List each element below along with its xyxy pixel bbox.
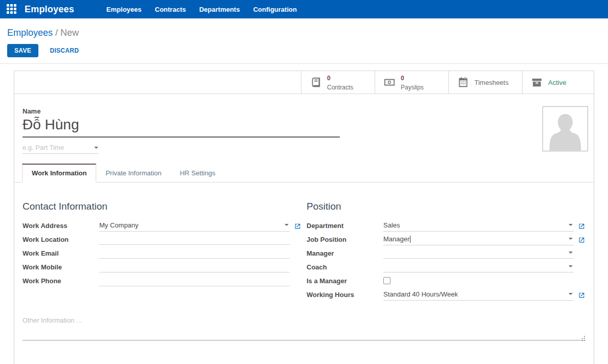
work-email-input[interactable] [99,248,290,259]
job-position-label: Job Position [307,236,383,243]
department-value: Sales [383,221,566,229]
active-label: Active [548,79,566,86]
work-address-value: My Company [99,221,281,229]
name-field-label: Name [23,107,585,115]
apps-grid-icon[interactable] [7,4,17,14]
timesheets-label: Timesheets [474,79,509,86]
dropdown-caret-icon [94,147,98,149]
working-hours-input[interactable]: Standard 40 Hours/Week [383,289,574,301]
payslips-stat-button[interactable]: 0 Payslips [375,71,448,94]
control-panel: Employees/New SAVE DISCARD [0,18,608,64]
work-mobile-input[interactable] [99,262,290,272]
notebook-tabs: Work Information Private Information HR … [14,164,594,183]
other-information-textarea[interactable]: Other Information ... [23,316,585,340]
dropdown-caret-icon[interactable] [569,265,573,267]
breadcrumb-separator: / [55,28,58,38]
work-mobile-row: Work Mobile [23,260,301,274]
breadcrumb-parent-link[interactable]: Employees [7,28,53,38]
coach-row: Coach [307,260,585,274]
external-link-icon[interactable] [294,222,301,230]
manager-label: Manager [307,249,383,257]
dropdown-caret-icon[interactable] [569,252,573,254]
contracts-count: 0 [327,75,331,82]
book-icon [310,77,321,88]
dropdown-caret-icon[interactable] [569,224,573,226]
form-sheet: 0 Contracts 0 Payslips Timesheets Active [14,71,594,364]
stat-button-bar: 0 Contracts 0 Payslips Timesheets Active [14,71,594,94]
work-address-input[interactable]: My Company [99,220,290,232]
position-title: Position [307,201,585,212]
job-position-value: Manager [383,235,409,243]
breadcrumb-current: New [60,28,79,38]
app-brand[interactable]: Employees [25,4,74,15]
timesheets-stat-button[interactable]: Timesheets [448,71,522,94]
work-mobile-label: Work Mobile [23,263,99,271]
dropdown-caret-icon[interactable] [285,224,289,226]
other-information-placeholder: Other Information ... [23,316,82,324]
coach-input[interactable] [383,262,574,272]
discard-button[interactable]: DISCARD [50,47,79,54]
job-position-row: Job Position Manager [307,233,585,246]
contracts-stat-button[interactable]: 0 Contracts [301,71,375,94]
form-body: Name Đỗ Hùng e.g. Part Time Work Informa… [14,94,594,364]
employee-tags-input[interactable]: e.g. Part Time [23,144,98,154]
working-hours-value: Standard 40 Hours/Week [383,290,566,298]
save-button[interactable]: SAVE [7,44,38,57]
job-position-input[interactable]: Manager [383,234,574,245]
dropdown-caret-icon[interactable] [569,238,573,240]
payslips-count: 0 [401,75,404,82]
manager-input[interactable] [383,248,574,259]
work-email-row: Work Email [23,246,301,260]
menu-item-contracts[interactable]: Contracts [148,1,193,18]
payslips-label: Payslips [401,84,424,91]
tab-work-information[interactable]: Work Information [22,164,96,183]
employee-photo-placeholder[interactable] [542,106,588,151]
work-location-row: Work Location [23,233,301,246]
work-information-tab-content: Contact Information Work Address My Comp… [23,183,585,302]
work-address-row: Work Address My Company [23,219,301,233]
active-toggle-button[interactable]: Active [522,71,594,94]
manager-row: Manager [307,246,585,260]
breadcrumb: Employees/New [7,28,608,38]
coach-label: Coach [307,263,383,271]
working-hours-row: Working Hours Standard 40 Hours/Week [307,288,585,302]
main-menu: Employees Contracts Departments Configur… [100,1,303,18]
resize-handle-icon[interactable] [581,334,585,339]
position-group: Position Department Sales Job Position M… [307,201,585,302]
work-location-label: Work Location [23,236,99,243]
dropdown-caret-icon[interactable] [569,293,573,295]
department-input[interactable]: Sales [383,220,574,232]
work-phone-input[interactable] [99,276,290,286]
tab-private-information[interactable]: Private Information [96,164,170,182]
calendar-icon [458,77,469,88]
external-link-icon[interactable] [578,291,585,299]
department-label: Department [307,222,383,230]
work-phone-label: Work Phone [23,277,99,285]
archive-icon [531,77,542,88]
tab-hr-settings[interactable]: HR Settings [170,164,224,182]
is-a-manager-row: Is a Manager [307,274,585,288]
contracts-label: Contracts [327,84,353,91]
menu-item-employees[interactable]: Employees [100,1,148,18]
working-hours-label: Working Hours [307,291,383,299]
menu-item-departments[interactable]: Departments [192,1,246,18]
work-location-input[interactable] [99,235,290,245]
top-navbar: Employees Employees Contracts Department… [0,0,608,18]
work-address-label: Work Address [23,222,99,230]
contact-information-title: Contact Information [23,201,301,212]
money-icon [384,77,395,88]
notes-section: Other Information ... [23,316,585,340]
department-row: Department Sales [307,219,585,233]
work-phone-row: Work Phone [23,274,301,288]
is-a-manager-checkbox[interactable] [383,277,390,284]
work-email-label: Work Email [23,249,99,257]
person-silhouette-icon [543,107,588,151]
is-a-manager-label: Is a Manager [307,277,383,285]
text-cursor [410,236,410,243]
external-link-icon[interactable] [578,222,585,230]
name-input[interactable]: Đỗ Hùng [23,115,340,138]
external-link-icon[interactable] [578,236,585,243]
contact-information-group: Contact Information Work Address My Comp… [23,201,301,302]
employee-tags-placeholder: e.g. Part Time [23,144,64,151]
menu-item-configuration[interactable]: Configuration [247,1,303,18]
